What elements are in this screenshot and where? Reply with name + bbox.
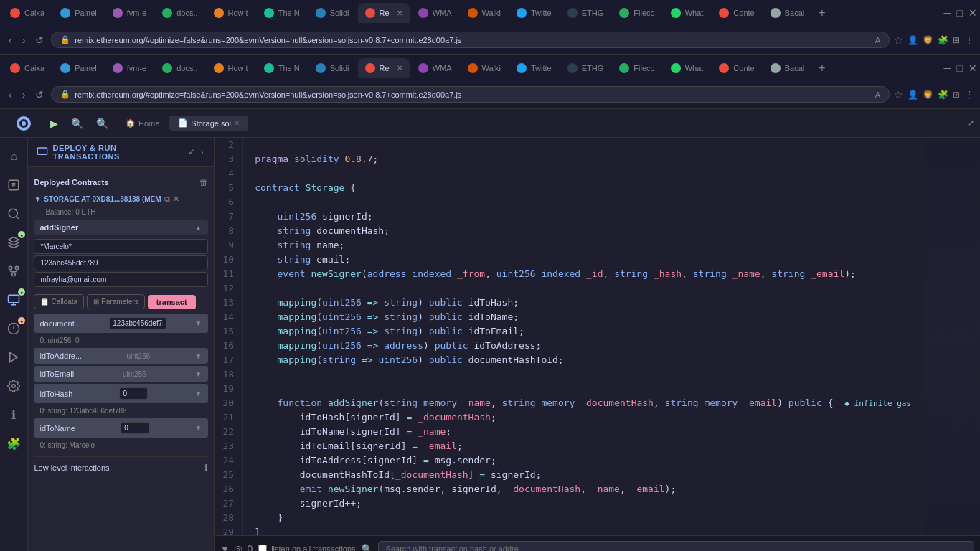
menu-icon[interactable]: ⋮: [964, 34, 974, 46]
sidebar-item-plugin2[interactable]: 🧩: [1, 430, 27, 456]
minimize-icon[interactable]: ─: [944, 7, 951, 19]
translate2-icon[interactable]: A: [875, 90, 880, 99]
tab2-solidi[interactable]: Solidi: [308, 58, 357, 78]
tab2-re[interactable]: Re ✕: [358, 58, 410, 78]
brave-icon[interactable]: 🦁: [923, 35, 933, 45]
tab-painel[interactable]: Painel: [53, 3, 104, 23]
sidebar-toggle-icon[interactable]: ⊞: [953, 35, 960, 45]
tx-expand-icon[interactable]: ▼: [220, 543, 230, 552]
new-tab-button[interactable]: +: [813, 6, 831, 19]
tab-ethg[interactable]: ETHG: [560, 3, 611, 23]
tab2-conte[interactable]: Conte: [712, 58, 761, 78]
tab2-walki[interactable]: Walki: [461, 58, 508, 78]
sidebar-item-bottom[interactable]: ↓: [1, 548, 27, 551]
forward-button[interactable]: ›: [19, 32, 29, 49]
close2-window-icon[interactable]: ✕: [969, 62, 977, 74]
refresh2-button[interactable]: ↺: [32, 86, 47, 103]
tab-howt[interactable]: How t: [207, 3, 255, 23]
getter-idtoname[interactable]: idToName ▼: [34, 418, 207, 438]
back2-button[interactable]: ‹: [6, 86, 15, 103]
new-tab-button-2[interactable]: +: [813, 62, 831, 75]
listen-checkbox[interactable]: [258, 545, 267, 552]
panel-check-icon[interactable]: ✓: [187, 146, 197, 159]
getter-idtohash[interactable]: idToHash ▼: [34, 384, 207, 403]
tab2-howt[interactable]: How t: [207, 58, 255, 78]
tab-close-re[interactable]: ✕: [397, 9, 402, 17]
contract-copy-icon[interactable]: ⧉: [164, 194, 170, 204]
calldata-button[interactable]: 📋 Calldata: [34, 294, 84, 309]
translate-icon[interactable]: A: [875, 36, 880, 44]
tab-twitte[interactable]: Twitte: [509, 3, 559, 23]
tab-what[interactable]: What: [664, 3, 711, 23]
contract-remove-icon[interactable]: ✕: [173, 194, 179, 204]
close-window-icon[interactable]: ✕: [969, 7, 977, 19]
refresh-button[interactable]: ↺: [32, 32, 47, 49]
tab-bacal[interactable]: Bacal: [763, 3, 812, 23]
getter-idtoaddre[interactable]: idToAddre... uint256 ▼: [34, 348, 207, 364]
tab-re-active[interactable]: Re ✕: [358, 3, 410, 23]
tab-then[interactable]: The N: [257, 3, 307, 23]
tab2-caixa[interactable]: Caixa: [3, 58, 52, 78]
parameters-button[interactable]: ⊞ Parameters: [87, 294, 145, 309]
extensions2-icon[interactable]: 🧩: [938, 90, 948, 100]
tab-wma[interactable]: WMA: [411, 3, 459, 23]
url-input-2[interactable]: [75, 90, 870, 99]
tab2-bacal[interactable]: Bacal: [763, 58, 812, 78]
brave2-icon[interactable]: 🦁: [923, 90, 933, 100]
address-bar-2[interactable]: 🔒 A: [51, 86, 890, 103]
menu2-icon[interactable]: ⋮: [964, 89, 974, 100]
tab-conte[interactable]: Conte: [712, 3, 761, 23]
bookmark2-icon[interactable]: ☆: [894, 89, 903, 100]
url-input-1[interactable]: [75, 36, 870, 44]
profile-icon[interactable]: 👤: [908, 35, 918, 45]
sidebar-item-plugin[interactable]: ●: [1, 230, 27, 255]
tab2-fvm[interactable]: fvm-e: [105, 58, 154, 78]
tab2-painel[interactable]: Painel: [53, 58, 104, 78]
sidebar-item-compile[interactable]: [1, 344, 27, 370]
tab2-wma[interactable]: WMA: [411, 58, 459, 78]
sidebar-item-search[interactable]: [1, 201, 27, 227]
function-header-addsigner[interactable]: addSigner ▲: [34, 220, 207, 235]
getter-document[interactable]: document... ▼: [34, 314, 207, 333]
tab-solidi[interactable]: Solidi: [308, 3, 357, 23]
tab-docs[interactable]: docs..: [155, 3, 204, 23]
tab-storage-sol[interactable]: 📄 Storage.sol ✕: [169, 116, 248, 131]
tab-caixa[interactable]: Caixa: [3, 3, 52, 23]
back-button[interactable]: ‹: [6, 32, 15, 49]
tab2-twitte[interactable]: Twitte: [509, 58, 559, 78]
sidebar-item-files[interactable]: [1, 172, 27, 198]
param-input-dochash[interactable]: [34, 255, 207, 270]
profile2-icon[interactable]: 👤: [908, 90, 918, 100]
panel-expand-icon[interactable]: ›: [199, 146, 205, 159]
param-input-email[interactable]: [34, 272, 207, 287]
sidebar-item-settings[interactable]: [1, 373, 27, 399]
bookmark-icon[interactable]: ☆: [894, 34, 903, 46]
getter-idtohash-input[interactable]: [119, 387, 148, 400]
sidebar-item-home[interactable]: ⌂: [1, 143, 27, 169]
search-toolbar-button[interactable]: 🔍: [67, 115, 88, 132]
trash-icon[interactable]: 🗑: [199, 177, 208, 187]
maximize2-icon[interactable]: □: [957, 62, 963, 74]
forward2-button[interactable]: ›: [19, 86, 29, 103]
getter-idtoemail[interactable]: idToEmail uint256 ▼: [34, 366, 207, 382]
search-tx-input[interactable]: [378, 541, 974, 552]
expand-editor-button[interactable]: ⤢: [967, 118, 974, 128]
sidebar-item-deploy[interactable]: ●: [1, 287, 27, 313]
tx-clear-icon[interactable]: ◎: [234, 543, 242, 552]
tab-walki[interactable]: Walki: [461, 3, 508, 23]
address-bar-1[interactable]: 🔒 A: [51, 32, 890, 48]
tab2-fileco[interactable]: Fileco: [612, 58, 661, 78]
file-tab-close[interactable]: ✕: [234, 119, 240, 127]
tab2-ethg[interactable]: ETHG: [560, 58, 611, 78]
maximize-icon[interactable]: □: [957, 7, 963, 19]
tab-fileco[interactable]: Fileco: [612, 3, 661, 23]
sidebar2-toggle-icon[interactable]: ⊞: [953, 90, 960, 100]
sidebar-item-git[interactable]: [1, 258, 27, 284]
sidebar-item-info[interactable]: ℹ: [1, 402, 27, 428]
getter-idtoname-input[interactable]: [121, 422, 149, 434]
sidebar-item-debug[interactable]: ●: [1, 316, 27, 342]
tab-fvm[interactable]: fvm-e: [105, 3, 154, 23]
zoom-out-button[interactable]: 🔍: [92, 115, 113, 132]
transact-button[interactable]: transact: [148, 295, 196, 309]
minimize2-icon[interactable]: ─: [944, 62, 951, 74]
